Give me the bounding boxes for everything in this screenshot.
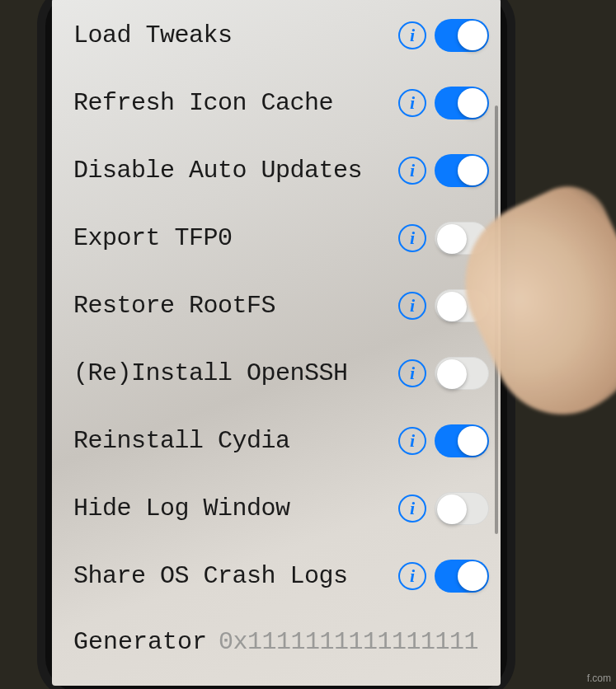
info-icon[interactable]: i bbox=[398, 224, 426, 252]
row-reinstall-openssh: (Re)Install OpenSSH i bbox=[73, 340, 489, 407]
toggle-restore-rootfs[interactable] bbox=[435, 289, 489, 322]
label-restore-rootfs: Restore RootFS bbox=[73, 292, 398, 320]
row-refresh-icon-cache: Refresh Icon Cache i bbox=[73, 69, 489, 137]
toggle-reinstall-openssh[interactable] bbox=[435, 357, 489, 390]
row-restore-rootfs: Restore RootFS i bbox=[73, 272, 489, 340]
row-export-tfp0: Export TFP0 i bbox=[73, 204, 489, 272]
info-icon[interactable]: i bbox=[398, 21, 426, 49]
row-generator[interactable]: Generator 0x1111111111111111 bbox=[73, 610, 489, 674]
toggle-disable-auto-updates[interactable] bbox=[435, 154, 489, 187]
label-reinstall-cydia: Reinstall Cydia bbox=[73, 427, 398, 455]
label-share-os-crash-logs: Share OS Crash Logs bbox=[73, 562, 398, 590]
toggle-load-tweaks[interactable] bbox=[435, 19, 489, 52]
watermark: f.com bbox=[587, 673, 611, 684]
label-disable-auto-updates: Disable Auto Updates bbox=[73, 157, 398, 185]
info-icon[interactable]: i bbox=[398, 359, 426, 387]
toggle-share-os-crash-logs[interactable] bbox=[435, 560, 489, 593]
row-reinstall-cydia: Reinstall Cydia i bbox=[73, 407, 489, 475]
row-share-os-crash-logs: Share OS Crash Logs i bbox=[73, 542, 489, 610]
info-icon[interactable]: i bbox=[398, 427, 426, 455]
phone-bezel: Load Tweaks i Refresh Icon Cache i Disab… bbox=[45, 0, 507, 689]
toggle-export-tfp0[interactable] bbox=[435, 222, 489, 255]
info-icon[interactable]: i bbox=[398, 157, 426, 185]
info-icon[interactable]: i bbox=[398, 562, 426, 590]
row-load-tweaks: Load Tweaks i bbox=[73, 2, 489, 69]
row-disable-auto-updates: Disable Auto Updates i bbox=[73, 137, 489, 204]
phone-frame: Load Tweaks i Refresh Icon Cache i Disab… bbox=[37, 0, 515, 689]
toggle-refresh-icon-cache[interactable] bbox=[435, 87, 489, 120]
value-generator: 0x1111111111111111 bbox=[219, 628, 478, 656]
row-hide-log-window: Hide Log Window i bbox=[73, 475, 489, 542]
toggle-reinstall-cydia[interactable] bbox=[435, 424, 489, 457]
label-reinstall-openssh: (Re)Install OpenSSH bbox=[73, 359, 398, 387]
label-load-tweaks: Load Tweaks bbox=[73, 21, 398, 49]
label-export-tfp0: Export TFP0 bbox=[73, 224, 398, 252]
scroll-indicator[interactable] bbox=[495, 105, 498, 534]
label-hide-log-window: Hide Log Window bbox=[73, 494, 398, 523]
info-icon[interactable]: i bbox=[398, 292, 426, 320]
label-refresh-icon-cache: Refresh Icon Cache bbox=[73, 89, 398, 117]
info-icon[interactable]: i bbox=[398, 494, 426, 523]
info-icon[interactable]: i bbox=[398, 89, 426, 117]
settings-screen: Load Tweaks i Refresh Icon Cache i Disab… bbox=[52, 0, 501, 686]
toggle-hide-log-window[interactable] bbox=[435, 492, 489, 525]
label-generator: Generator bbox=[73, 628, 207, 656]
